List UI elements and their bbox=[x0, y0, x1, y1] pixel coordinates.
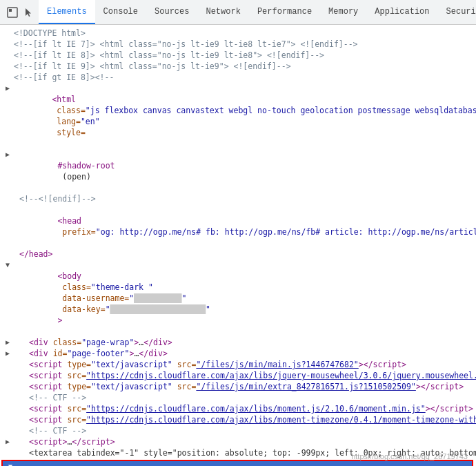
line-doctype: <!DOCTYPE html> bbox=[0, 28, 476, 39]
expand-form[interactable]: ▼ bbox=[6, 461, 15, 466]
tab-network[interactable]: Network bbox=[197, 0, 248, 24]
line-ie9: <!--[if lt IE 9]> <html class="no-js lt-… bbox=[0, 61, 476, 72]
tab-sources[interactable]: Sources bbox=[146, 0, 197, 24]
line-html: ▶ <html class="js flexbox canvas canvast… bbox=[0, 83, 476, 149]
devtools-tab-bar: Elements Console Sources Network Perform… bbox=[0, 0, 476, 25]
line-script-timezone: <script src="https://cdnjs.cloudflare.co… bbox=[0, 414, 476, 425]
line-ie8: <!--[if lt IE 8]> <html class="no-js lt-… bbox=[0, 50, 476, 61]
line-script-extra: <script type="text/javascript" src="/fil… bbox=[0, 381, 476, 392]
watermark: https://blog.csdn.net/qq_28719743 bbox=[351, 452, 468, 460]
line-script-moment: <script src="https://cdnjs.cloudflare.co… bbox=[0, 403, 476, 414]
line-div-pagefooter: ▶ <div id="page-footer">…</div> bbox=[0, 348, 476, 359]
line-head-close: </head> bbox=[0, 249, 476, 260]
elements-panel[interactable]: <!DOCTYPE html> <!--[if lt IE 7]> <html … bbox=[0, 25, 476, 466]
line-body: ▼ <body class="theme-dark " data-usernam… bbox=[0, 260, 476, 337]
expand-pagewrap[interactable]: ▶ bbox=[3, 337, 12, 348]
line-gtie8: <!--[if gt IE 8]><!-- bbox=[0, 72, 476, 83]
cursor-icon[interactable] bbox=[22, 6, 36, 19]
line-head-prefix: <head prefix="og: http://ogp.me/ns# fb: … bbox=[0, 204, 476, 249]
line-div-pagewrap: ▶ <div class="page-wrap">…</div> bbox=[0, 337, 476, 348]
line-ie7: <!--[if lt IE 7]> <html class="no-js lt-… bbox=[0, 39, 476, 50]
expand-html[interactable]: ▶ bbox=[3, 83, 12, 94]
line-script-mousewheel: <script src="https://cdnjs.cloudflare.co… bbox=[0, 370, 476, 381]
highlighted-form-section: … ▼ <form method="POST" action="https://… bbox=[1, 460, 473, 466]
devtools-body: <!DOCTYPE html> <!--[if lt IE 7]> <html … bbox=[0, 25, 476, 466]
line-script-open: ▶ <script>…</script> bbox=[0, 436, 476, 447]
line-comment-ctf2: <!-- CTF --> bbox=[0, 425, 476, 436]
tab-application[interactable]: Application bbox=[366, 0, 437, 24]
tab-toolbar-icons bbox=[3, 0, 39, 24]
elements-panel-icon[interactable] bbox=[6, 6, 19, 19]
line-form-selected: ▼ <form method="POST" action="https://ww… bbox=[3, 461, 472, 466]
tab-memory[interactable]: Memory bbox=[320, 0, 366, 24]
line-endif: <!--<![endif]--> bbox=[0, 193, 476, 204]
tab-security[interactable]: Security bbox=[438, 0, 476, 24]
expand-pagefooter[interactable]: ▶ bbox=[3, 348, 12, 359]
line-comment-ctf1: <!-- CTF --> bbox=[0, 392, 476, 403]
expand-script[interactable]: ▶ bbox=[3, 436, 12, 447]
svg-rect-1 bbox=[9, 9, 12, 12]
tab-console[interactable]: Console bbox=[95, 0, 146, 24]
expand-shadowroot[interactable]: ▶ bbox=[3, 149, 12, 160]
expand-body[interactable]: ▼ bbox=[3, 260, 12, 271]
tab-elements[interactable]: Elements bbox=[39, 0, 95, 24]
line-script-main: <script type="text/javascript" src="/fil… bbox=[0, 359, 476, 370]
tab-performance[interactable]: Performance bbox=[249, 0, 320, 24]
line-shadowroot: ▶ #shadow-root (open) bbox=[0, 149, 476, 193]
